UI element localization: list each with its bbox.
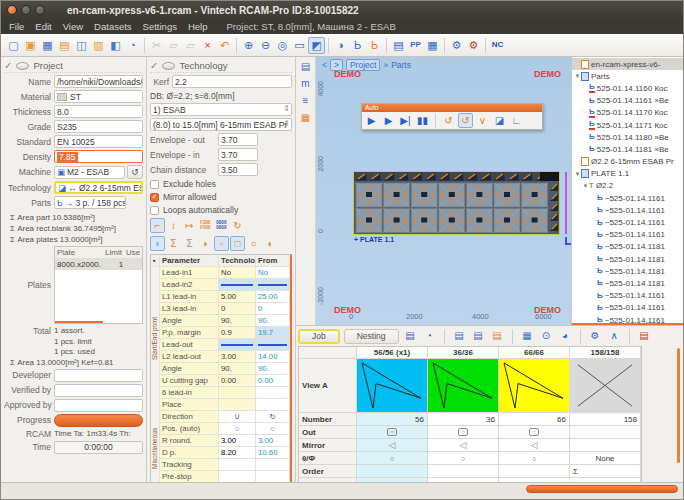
- theta-phi-cell[interactable]: ○: [428, 452, 499, 465]
- thickness-field[interactable]: 8.0: [54, 105, 143, 118]
- nested-plate-graphic[interactable]: [353, 171, 565, 239]
- param-tech-icon[interactable]: ∪: [219, 411, 256, 423]
- parts-field[interactable]: Ь→ 3 p. / 158 pcs.: [54, 196, 126, 209]
- undo-icon[interactable]: ↶: [216, 37, 233, 54]
- job-col-header[interactable]: 36/36: [428, 347, 499, 359]
- tree-item[interactable]: Ь525-01.14.1171 Кос: [572, 119, 683, 131]
- tree-item[interactable]: Ь~525-01.14.1181: [572, 241, 683, 253]
- checkbox-icon[interactable]: [150, 180, 159, 189]
- tree-item[interactable]: Ь525-01.14.1181 »Ве: [572, 143, 683, 155]
- tree-item[interactable]: Ь525-01.14.1161 »Ве: [572, 95, 683, 107]
- theta-phi-cell[interactable]: None: [570, 452, 641, 465]
- tree-item[interactable]: Ø2.2 6-15mm ESAB Pr: [572, 156, 683, 168]
- part-add-icon[interactable]: Ь: [366, 37, 383, 54]
- sigma-inactive-icon[interactable]: Σ: [182, 236, 197, 251]
- tree-item[interactable]: Ь~525-01.14.1161: [572, 192, 683, 204]
- window-plate-icon[interactable]: ▤: [390, 37, 407, 54]
- tree-item[interactable]: Ь~525-01.14.1161: [572, 314, 683, 325]
- menu-view[interactable]: View: [63, 21, 83, 32]
- part-preview[interactable]: [570, 359, 641, 413]
- print-icon[interactable]: ▤: [403, 329, 418, 344]
- minimize-button[interactable]: [21, 5, 31, 15]
- part-preview[interactable]: [428, 359, 499, 413]
- tree-item[interactable]: en-rcam-xpress-v6-: [572, 58, 683, 70]
- auto-toolbar-title[interactable]: Auto: [362, 104, 542, 112]
- close-button[interactable]: [7, 5, 17, 15]
- machine-sim-icon[interactable]: ⚙: [588, 329, 603, 344]
- new-document-icon[interactable]: ▢: [5, 37, 22, 54]
- grade-field[interactable]: S235: [54, 120, 143, 133]
- checkbox-loops-automatically[interactable]: Loops automatically: [150, 205, 292, 215]
- menu-settings[interactable]: Settings: [143, 21, 177, 32]
- cut-icon[interactable]: ✂: [148, 37, 165, 54]
- theta-phi-cell[interactable]: ○: [499, 452, 570, 465]
- db-select[interactable]: 1) ESAB⇕: [150, 103, 292, 116]
- density-field[interactable]: 7.85: [54, 150, 143, 163]
- order-cell[interactable]: Σ: [570, 465, 641, 478]
- param-tech-value[interactable]: 3.00: [219, 435, 256, 447]
- maximize-button[interactable]: [35, 5, 45, 15]
- play-icon[interactable]: ▶: [364, 113, 379, 128]
- part-info-icon[interactable]: ◑: [332, 37, 349, 54]
- bottom-hscroll-thumb[interactable]: [526, 485, 678, 493]
- tree-item[interactable]: Ь525-01.14.1180 »Ве: [572, 131, 683, 143]
- window-sum-icon[interactable]: ▦: [520, 329, 535, 344]
- new-window-icon[interactable]: ◫: [73, 37, 90, 54]
- window-pp-icon[interactable]: PP: [407, 37, 424, 54]
- zoom-window-icon[interactable]: ▭: [291, 37, 308, 54]
- verified-field[interactable]: [54, 384, 143, 397]
- tree-item[interactable]: Ь525-01.14.1170 Кос: [572, 107, 683, 119]
- feed-f300-f500-icon[interactable]: F300F500: [198, 218, 213, 233]
- name-field[interactable]: /home/niki/Downloads/e: [54, 75, 143, 88]
- path-stats-icon[interactable]: ∟: [509, 113, 524, 128]
- check-icon[interactable]: ✓: [150, 60, 158, 71]
- hole-small-icon[interactable]: ▫: [214, 236, 229, 251]
- param-tech-line[interactable]: [219, 339, 256, 351]
- collapse-icon[interactable]: ∧: [607, 329, 622, 344]
- circle-contour-icon[interactable]: ○: [246, 236, 261, 251]
- zoom-previous-icon[interactable]: ◎: [274, 37, 291, 54]
- developer-field[interactable]: [54, 369, 143, 382]
- out-cell[interactable]: ○: [499, 426, 570, 439]
- standard-field[interactable]: EN 10025: [54, 135, 143, 148]
- theta-phi-cell[interactable]: ○: [357, 452, 428, 465]
- tree-item[interactable]: ▼Parts: [572, 70, 683, 82]
- collapse-pill-icon[interactable]: [162, 62, 175, 70]
- part-preview[interactable]: [357, 359, 428, 413]
- param-tech-value[interactable]: 0.00: [219, 375, 256, 387]
- machine-refresh-button[interactable]: ↺: [127, 165, 143, 179]
- menu-edit[interactable]: Edit: [35, 21, 51, 32]
- tree-item[interactable]: Ь~525-01.14.1161: [572, 204, 683, 216]
- multi-select-icon[interactable]: ∨: [475, 113, 490, 128]
- doc-delete-icon[interactable]: ▤: [637, 329, 652, 344]
- tree-item[interactable]: Ь~525-01.14.1161: [572, 216, 683, 228]
- number-cell[interactable]: 56: [357, 413, 428, 426]
- param-tech-value[interactable]: [219, 459, 256, 471]
- lead-crossover-icon[interactable]: ↦: [182, 218, 197, 233]
- pie-chart-icon[interactable]: ◕: [558, 329, 573, 344]
- job-vscroll-thumb[interactable]: [677, 348, 680, 463]
- approved-field[interactable]: [54, 399, 143, 412]
- lead-arc-active-icon[interactable]: ↺: [458, 113, 473, 128]
- play-step-icon[interactable]: ▶: [381, 113, 396, 128]
- tree-item[interactable]: ▼PLATE 1.1: [572, 168, 683, 180]
- param-tech-line[interactable]: [219, 279, 256, 291]
- param-tech-value[interactable]: 0.9: [219, 327, 256, 339]
- project-archive-icon[interactable]: ◧: [107, 37, 124, 54]
- lead-in-mode-icon[interactable]: ⌐: [150, 218, 165, 233]
- tree-item[interactable]: Ь~525-01.14.1161: [572, 302, 683, 314]
- param-tech-value[interactable]: 90.: [219, 363, 256, 375]
- recent-history-icon[interactable]: ◔: [124, 37, 141, 54]
- param-tech-value[interactable]: 0: [219, 303, 256, 315]
- checkbox-icon[interactable]: ✓: [150, 193, 159, 202]
- number-cell[interactable]: 66: [499, 413, 570, 426]
- expand-arrow-icon[interactable]: ▼: [574, 73, 581, 79]
- save-icon[interactable]: ▦: [39, 37, 56, 54]
- measure-icon[interactable]: m: [298, 76, 313, 91]
- part-copy-icon[interactable]: ◪: [492, 113, 507, 128]
- expand-arrow-icon[interactable]: ▼: [574, 171, 581, 177]
- breadcrumb-parts[interactable]: Parts: [391, 60, 411, 70]
- tree-item[interactable]: Ь~525-01.14.1161: [572, 229, 683, 241]
- contour-outline-icon[interactable]: ◗: [198, 236, 213, 251]
- job-col-header[interactable]: 66/66: [499, 347, 570, 359]
